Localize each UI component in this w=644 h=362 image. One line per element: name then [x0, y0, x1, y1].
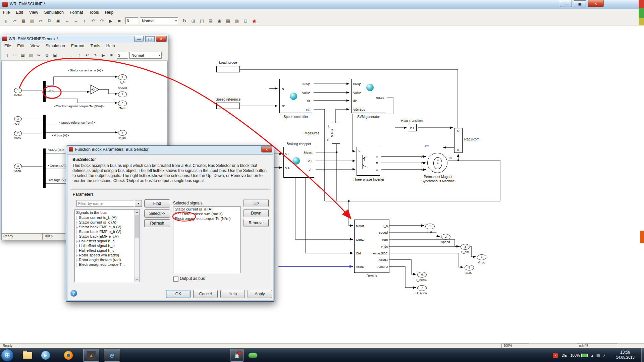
toolbar-icon[interactable]: ◉	[215, 17, 223, 25]
menu-item[interactable]: Format	[67, 9, 86, 16]
restore-button[interactable]: ▣	[574, 0, 586, 7]
inport-number[interactable]: 3	[14, 116, 22, 122]
toolbar-icon[interactable]: ⊟	[241, 17, 250, 25]
toolbar-icon[interactable]: ↶	[84, 52, 91, 59]
outport-number[interactable]: 3	[118, 101, 127, 106]
toolbar-icon[interactable]: ◉	[250, 17, 258, 25]
outport-number[interactable]: 2	[441, 234, 450, 240]
menu-item[interactable]: View	[26, 9, 41, 16]
down-button[interactable]: Down	[244, 209, 269, 217]
scroll-down-icon[interactable]: ▼	[135, 277, 140, 282]
toolbar-icon[interactable]: ▥	[233, 17, 241, 25]
notification-icon[interactable]: ×	[553, 353, 558, 358]
up-button[interactable]: Up	[244, 199, 269, 207]
toolbar-icon[interactable]: ▣	[51, 52, 59, 59]
menu-item[interactable]: File	[0, 9, 13, 16]
toolbar-icon[interactable]: ✂	[35, 52, 43, 59]
output-as-bus-checkbox[interactable]	[173, 277, 178, 282]
inport-number[interactable]: 1	[14, 88, 22, 93]
selected-signal-item[interactable]: ??? Rotor speed wm (rad.s)	[173, 212, 240, 216]
toolbar-icon[interactable]: →	[67, 52, 75, 59]
filter-input[interactable]	[76, 200, 134, 207]
tray-icon[interactable]: ♪	[603, 353, 605, 358]
taskbar-item-green-app[interactable]	[246, 349, 260, 362]
toolbar-icon[interactable]: ←	[59, 52, 67, 59]
scrollbar[interactable]: ▲ ▼	[134, 210, 140, 282]
toolbar-icon[interactable]: ▱	[11, 17, 19, 25]
rad2rpm-block[interactable]: N E	[454, 128, 463, 153]
toolbar-icon[interactable]: ▱	[11, 52, 18, 59]
toolbar-icon[interactable]: ▶	[107, 17, 115, 25]
tree-root-label[interactable]: Signals in the bus	[75, 210, 140, 215]
sim-mode-select[interactable]: Normal ▾	[140, 17, 178, 24]
tree-item[interactable]: Stator current is_b (A)	[75, 215, 140, 220]
inport-number[interactable]: 2	[14, 131, 22, 136]
taskbar-item-firefox[interactable]	[60, 349, 76, 362]
toolbar-icon[interactable]: ⧉	[43, 52, 51, 59]
selected-signals-listbox[interactable]: Stator current is_a (A)??? Rotor speed w…	[173, 206, 241, 273]
toolbar-icon[interactable]: ▦	[19, 17, 28, 25]
help-button[interactable]: Help	[220, 290, 245, 298]
toolbar-icon[interactable]: ■	[108, 52, 115, 59]
menu-item[interactable]: Format	[68, 43, 88, 49]
sim-time-input[interactable]	[125, 17, 138, 24]
close-button[interactable]: ×	[261, 146, 272, 153]
outport-number[interactable]: 4	[118, 130, 127, 136]
toolbar-icon[interactable]: ✂	[37, 17, 45, 25]
toolbar-icon[interactable]: ▶	[100, 52, 107, 59]
braking-chopper-block[interactable]: V+V L- Meas.V +V -	[283, 147, 314, 178]
maximize-button[interactable]: ▢	[145, 36, 155, 42]
language-indicator[interactable]: DE	[561, 353, 567, 357]
tree-item[interactable]: Stator current is_c (A)	[75, 220, 140, 225]
toolbar-icon[interactable]: ▯	[3, 52, 10, 59]
toolbar-icon[interactable]: ▥	[28, 17, 36, 25]
toolbar-icon[interactable]: ◫	[198, 17, 206, 25]
outport-number[interactable]: 1	[425, 224, 435, 229]
close-button[interactable]: ×	[156, 36, 167, 42]
toolbar-icon[interactable]: →	[72, 17, 80, 25]
outport-number[interactable]: 7	[417, 285, 427, 291]
tree-item[interactable]: Rotor angle thetam (rad)	[75, 257, 140, 262]
menu-item[interactable]: Edit	[14, 43, 28, 49]
menu-item[interactable]: Simulation	[43, 43, 68, 49]
toolbar-icon[interactable]: ⊞	[189, 17, 197, 25]
apply-button[interactable]: Apply	[248, 290, 272, 298]
battery-indicator[interactable]: 100%	[570, 353, 587, 357]
v-bus-block[interactable]: V bus	[332, 123, 340, 144]
menu-item[interactable]: View	[28, 43, 43, 49]
menu-item[interactable]: File	[1, 43, 14, 49]
tray-icon[interactable]: ▥	[596, 353, 600, 358]
toolbar-icon[interactable]: ↷	[98, 17, 106, 25]
taskbar-item-notification-window[interactable]: ▣	[230, 349, 244, 362]
taskbar-item-matlab[interactable]: ▲	[83, 349, 99, 362]
menu-item[interactable]: Help	[102, 9, 117, 16]
scroll-up-icon[interactable]: ▲	[135, 210, 140, 215]
toolbar-icon[interactable]: ↻	[180, 17, 189, 25]
toolbar-icon[interactable]: ↷	[92, 52, 99, 59]
toolbar-icon[interactable]: ▣	[54, 17, 62, 25]
minimize-button[interactable]: —	[560, 0, 572, 7]
inport-number[interactable]: 4	[14, 164, 22, 169]
tree-item[interactable]: Stator back EMF e_cV)	[75, 234, 140, 239]
select-button[interactable]: Select>>	[144, 209, 170, 218]
bus-selector-dialog[interactable]: Function Block Parameters: Bus Selector …	[66, 145, 274, 302]
menu-item[interactable]: Tools	[86, 9, 102, 16]
remove-button[interactable]: Remove	[244, 219, 269, 227]
tree-item[interactable]: Stator back EMF e_a (V)	[75, 225, 140, 229]
tree-item[interactable]: Hall effect signal h_a	[75, 239, 140, 243]
toolbar-icon[interactable]: ▦	[19, 52, 26, 59]
help-icon[interactable]: ?	[70, 290, 77, 297]
toolbar-icon[interactable]: ↶	[89, 17, 97, 25]
show-desktop-button[interactable]	[641, 348, 644, 362]
tray-icon[interactable]: ▴	[591, 353, 593, 358]
outport-number[interactable]: 4	[477, 254, 486, 260]
outport-number[interactable]: 2	[118, 92, 127, 97]
signals-listbox[interactable]: Signals in the bus Stator current is_b (…	[74, 209, 140, 282]
minimize-button[interactable]: —	[134, 36, 144, 42]
outport-number[interactable]: 5	[465, 265, 474, 270]
speed-controller-block[interactable]: NN* Freq*Volts*dirctrl	[279, 79, 312, 113]
ok-button[interactable]: OK	[166, 290, 191, 298]
menu-item[interactable]: Help	[103, 43, 118, 49]
start-button[interactable]: ⊞	[1, 349, 14, 362]
scrollbar-thumb[interactable]	[135, 215, 139, 238]
